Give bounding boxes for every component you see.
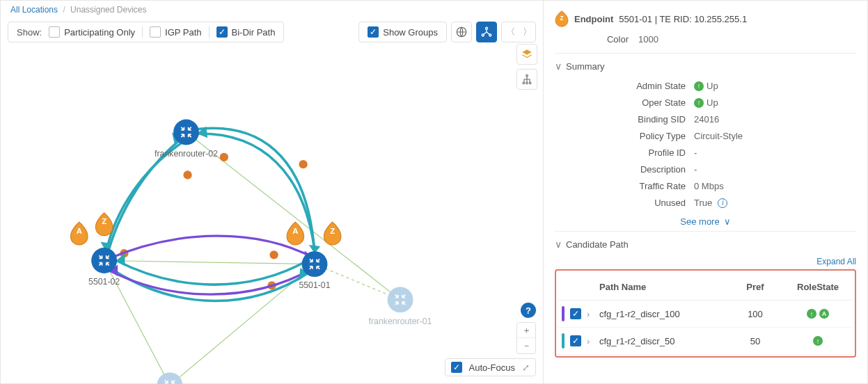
svg-text:Z: Z [560,15,563,22]
svg-point-22 [173,120,199,145]
svg-point-28 [388,287,413,312]
svg-text:A: A [292,227,298,235]
col-pref[interactable]: Pref [724,282,787,292]
expand-row-icon[interactable]: › [587,309,599,319]
svg-text:frankenrouter-02: frankenrouter-02 [155,149,218,159]
up-arrow-icon: ↑ [807,309,816,319]
auto-focus-toggle[interactable]: ✓ Auto-Focus ⤢ [445,358,536,376]
table-row[interactable]: ✓ › cfg_r1-r2_discr_50 50 ↑ [558,328,853,355]
svg-point-13 [299,160,307,168]
pref-value: 100 [724,309,787,319]
table-row[interactable]: ✓ › cfg_r1-r2_discr_100 100 ↑A [558,301,853,328]
bidir-path-checkbox[interactable]: ✓Bi-Dir Path [216,26,276,38]
svg-point-30 [157,372,182,384]
endpoint-pin-z[interactable]: Z [324,222,341,245]
candidate-path-table: Path Name Pref RoleState ✓ › cfg_r1-r2_d… [555,269,856,358]
oper-state-value: Up [707,95,718,111]
endpoint-pin-z[interactable]: Z [95,213,113,236]
recenter-icon[interactable]: ⤢ [522,362,530,373]
nav-next-icon[interactable]: 〉 [519,22,535,42]
endpoint-label: Endpoint [574,14,613,24]
endpoint-z-icon: Z [555,10,569,27]
breadcrumb-current: Unassigned Devices [70,5,146,15]
row-checkbox[interactable]: ✓ [570,308,581,319]
path-name-value: cfg_r1-r2_discr_50 [599,336,724,346]
svg-point-8 [220,153,228,161]
participating-only-checkbox[interactable]: Participating Only [49,26,135,38]
svg-point-12 [269,250,278,259]
chevron-down-icon: ∨ [555,239,562,250]
col-role-state[interactable]: RoleState [787,282,849,292]
globe-view-icon[interactable] [451,22,472,42]
show-groups-checkbox[interactable]: ✓Show Groups [358,22,447,42]
traffic-rate-value: 0 Mbps [694,179,724,194]
binding-sid-value: 24016 [694,112,719,127]
svg-text:Z: Z [330,227,335,235]
candidate-path-section-toggle[interactable]: ∨ Candidate Path [555,239,856,250]
unused-value: True [694,195,712,211]
help-icon[interactable]: ? [521,303,536,318]
admin-state-value: Up [707,79,718,94]
nav-prev-icon[interactable]: 〈 [502,22,519,42]
path-name-value: cfg_r1-r2_discr_100 [599,309,724,319]
svg-point-9 [183,170,191,179]
svg-point-26 [302,251,328,277]
row-checkbox[interactable]: ✓ [570,335,581,346]
svg-text:Z: Z [102,217,106,225]
topology-canvas[interactable]: frankenrouter-02 5501-02 5501-01 franken… [1,47,543,383]
profile-id-value: - [694,145,697,161]
igp-path-checkbox[interactable]: IGP Path [150,26,202,38]
description-value: - [694,162,697,177]
endpoint-pin-a[interactable]: A [70,222,88,245]
chevron-down-icon: ∨ [724,216,731,227]
svg-text:frankenrouter-01: frankenrouter-01 [369,317,432,326]
breadcrumb: All Locations / Unassigned Devices [1,1,543,17]
topology-view-icon[interactable] [476,22,497,42]
color-label: Color [555,34,638,45]
expand-all-link[interactable]: Expand All [555,257,856,266]
node-frankenrouter-01[interactable]: frankenrouter-01 [369,287,432,326]
node-frankenrouter-02[interactable]: frankenrouter-02 [155,120,218,159]
endpoint-pin-a[interactable]: A [287,222,304,245]
svg-text:5501-02: 5501-02 [88,277,120,287]
active-badge-icon: A [819,309,829,319]
chevron-down-icon: ∨ [555,61,562,72]
policy-type-value: Circuit-Style [694,129,743,144]
summary-section-toggle[interactable]: ∨ Summary [555,61,856,72]
info-icon[interactable]: i [718,198,727,208]
color-value: 1000 [638,34,658,45]
col-path-name[interactable]: Path Name [599,282,724,292]
endpoint-value: 5501-01 | TE RID: 10.255.255.1 [619,14,747,24]
nav-prev-next[interactable]: 〈 〉 [501,22,536,42]
svg-text:A: A [77,227,82,235]
show-label: Show: [17,27,42,38]
breadcrumb-root[interactable]: All Locations [10,5,58,15]
pref-value: 50 [724,336,787,346]
svg-point-24 [91,248,117,273]
node-540-01[interactable]: 540-01 [157,372,183,384]
svg-point-1 [486,27,488,29]
up-arrow-icon: ↑ [694,81,704,91]
zoom-out-button[interactable]: － [517,338,535,353]
zoom-in-button[interactable]: ＋ [517,323,535,338]
see-more-link[interactable]: See more∨ [555,216,856,227]
expand-row-icon[interactable]: › [587,336,599,346]
up-arrow-icon: ↑ [694,98,704,108]
show-filter-group: Show: Participating Only IGP Path ✓Bi-Di… [8,22,284,42]
up-arrow-icon: ↑ [813,336,823,346]
zoom-control: ＋ － [516,322,536,354]
svg-text:5501-01: 5501-01 [299,280,330,290]
